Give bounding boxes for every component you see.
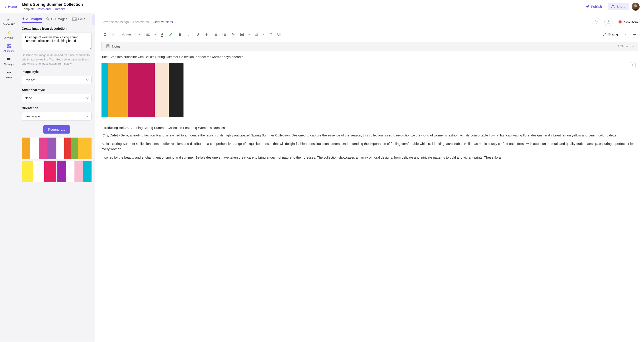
rail-brief-seo[interactable]: ◎ Brief + SEO [2, 17, 15, 26]
generated-thumbnails [22, 138, 92, 182]
tab-cc-images[interactable]: CC images [46, 17, 67, 23]
table-button[interactable] [253, 31, 260, 38]
editor-toolbar: Normal A B I U S 123 T Editing [95, 29, 644, 39]
orientation-select[interactable]: Landscape [22, 112, 92, 120]
avatar[interactable] [632, 3, 640, 11]
send-icon [585, 5, 589, 9]
publish-button[interactable]: Publish [582, 3, 605, 10]
ordered-list-button[interactable]: 123 [221, 31, 228, 38]
body-heading: Introducing Bella's Stunning Spring Summ… [102, 126, 638, 130]
status-dot-icon [618, 20, 622, 23]
addl-style-select[interactable]: None [22, 94, 92, 102]
rail-images-label: AI Images [4, 50, 15, 52]
bullet-list-button[interactable] [212, 31, 219, 38]
share-button[interactable]: Share [608, 3, 629, 10]
doc-title: Bella Spring Summer Collection [22, 2, 582, 7]
style-label: Image style [22, 70, 92, 73]
redo-icon [112, 32, 116, 36]
highlight-button[interactable] [168, 31, 174, 38]
gif-icon: GIF [72, 17, 77, 20]
rail-message-label: Message [4, 63, 14, 65]
comment-icon [278, 33, 281, 36]
format-select[interactable]: Normal [119, 31, 142, 37]
app-header: Home Bella Spring Summer Collection Temp… [0, 0, 644, 13]
chevron-down-icon [154, 34, 156, 35]
svg-point-9 [214, 33, 214, 34]
redo-button[interactable] [110, 31, 117, 38]
strike-button[interactable]: S [203, 31, 210, 38]
thumbnail-3[interactable] [22, 161, 56, 182]
thumbnail-4[interactable] [58, 161, 92, 182]
svg-point-11 [214, 35, 214, 36]
collapse-panel-button[interactable] [92, 15, 95, 25]
home-link[interactable]: Home [4, 5, 17, 8]
rail-more[interactable]: ••• More [6, 70, 12, 79]
chevron-down-icon [248, 34, 250, 35]
more-toolbar-button[interactable]: ••• [631, 31, 638, 38]
align-icon [146, 33, 150, 36]
clear-format-button[interactable]: T [267, 31, 274, 38]
hero-image[interactable] [102, 63, 184, 117]
editor-area: Saved seconds ago 1526 words Older versi… [95, 13, 644, 342]
style-select[interactable]: Pop art [22, 76, 92, 84]
description-input[interactable] [22, 32, 92, 50]
rail-ai-writer[interactable]: ⚡ AI Writer [4, 30, 14, 39]
undo-icon [103, 32, 106, 36]
table-dropdown[interactable] [262, 31, 265, 38]
home-label: Home [8, 5, 17, 8]
svg-point-16 [241, 34, 242, 34]
notes-word-count: 1034 words [618, 44, 634, 48]
regenerate-button[interactable]: Regenerate [43, 125, 70, 134]
body-paragraph-2: Bella's Spring Summer Collection aims to… [102, 141, 638, 152]
link-button[interactable] [230, 31, 236, 38]
editor-content[interactable]: Title: Step into sunshine with Bella's S… [95, 51, 644, 342]
new-item-label: New Item [624, 20, 638, 24]
thumbnail-1[interactable] [22, 138, 56, 159]
rail-message[interactable]: Message [4, 57, 14, 65]
note-icon [106, 44, 110, 48]
template-prefix: Template: [22, 7, 36, 11]
editing-label: Editing [608, 32, 618, 36]
bolt-icon: ⚡ [7, 30, 11, 35]
undo-button[interactable] [102, 31, 108, 38]
addl-style-value: None [24, 96, 32, 100]
tab-ai-images[interactable]: AI images [22, 17, 42, 23]
add-collaborator-button[interactable] [592, 18, 600, 26]
panel-tabs: AI images CC images GIF GIFs [22, 17, 92, 23]
addl-style-label: Additional style [22, 88, 92, 92]
new-item-status: New Item [618, 20, 638, 24]
comment-button[interactable] [276, 31, 282, 38]
main-layout: ◎ Brief + SEO ⚡ AI Writer AI Images Mess… [0, 13, 644, 342]
versions-link[interactable]: Older versions [153, 20, 173, 24]
p1-part-a: [City, Date] - Bella, a leading fashion … [102, 133, 292, 137]
title-line: Title: Step into sunshine with Bella's S… [102, 55, 638, 59]
add-user-icon [594, 20, 598, 24]
image-button[interactable] [239, 31, 245, 38]
pencil-icon [603, 33, 606, 36]
chat-icon [7, 57, 11, 61]
align-dropdown[interactable] [154, 31, 157, 38]
svg-rect-15 [240, 33, 244, 36]
align-button[interactable] [145, 31, 151, 38]
text-color-button[interactable]: A [159, 31, 166, 38]
format-value: Normal [122, 32, 132, 36]
italic-button[interactable]: I [186, 31, 192, 38]
image-dropdown[interactable] [248, 31, 251, 38]
underline-button[interactable]: U [194, 31, 201, 38]
camera-icon [606, 20, 610, 24]
bold-button[interactable]: B [176, 31, 183, 38]
publish-label: Publish [591, 5, 602, 8]
image-panel: AI images CC images GIF GIFs Create imag… [18, 13, 95, 342]
orientation-value: Landscape [24, 114, 40, 118]
svg-rect-3 [7, 58, 10, 60]
editing-mode-select[interactable]: Editing [600, 32, 629, 36]
image-icon [7, 44, 11, 48]
rail-ai-images[interactable]: AI Images [4, 44, 15, 52]
thumbnail-2[interactable] [58, 138, 92, 159]
tab-gifs[interactable]: GIF GIFs [72, 17, 86, 23]
rail-brief-label: Brief + SEO [2, 23, 15, 26]
attachment-button[interactable] [604, 18, 613, 26]
chevron-down-icon [262, 34, 264, 35]
template-link[interactable]: Notes and Summary [36, 7, 65, 11]
add-comment-button[interactable] [630, 62, 636, 68]
